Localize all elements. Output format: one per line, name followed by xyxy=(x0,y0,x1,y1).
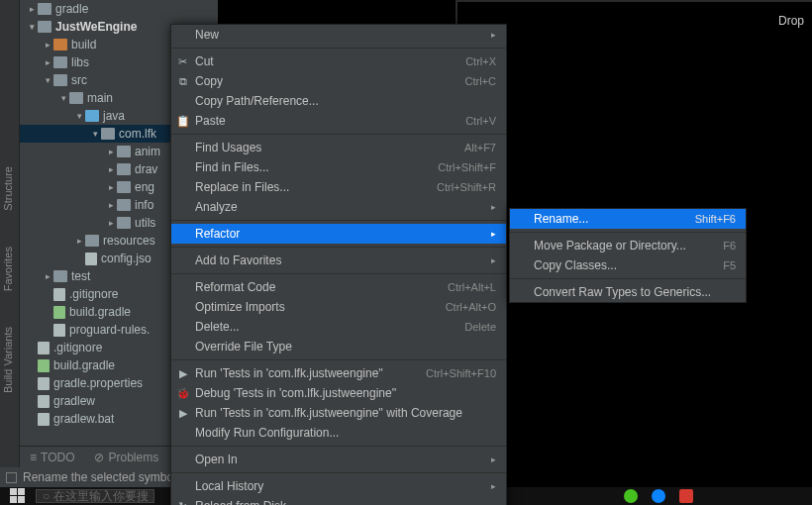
submenu-arrow-icon: ▸ xyxy=(491,481,496,491)
shortcut: Delete xyxy=(464,321,496,333)
menu-label: Reformat Code xyxy=(195,280,448,294)
menu-item[interactable]: Reformat CodeCtrl+Alt+L xyxy=(171,277,506,297)
context-menu[interactable]: New▸✂CutCtrl+X⧉CopyCtrl+CCopy Path/Refer… xyxy=(170,24,507,505)
menu-item[interactable]: Local History▸ xyxy=(171,476,506,496)
shortcut: Ctrl+V xyxy=(465,115,496,127)
tray-icon[interactable] xyxy=(652,489,665,503)
tab-build-variants[interactable]: Build Variants xyxy=(0,319,16,401)
menu-separator xyxy=(171,472,506,473)
shortcut: Alt+F7 xyxy=(464,142,496,153)
file-icon xyxy=(38,359,50,372)
tab-favorites[interactable]: Favorites xyxy=(0,239,16,299)
expand-arrow[interactable]: ▾ xyxy=(26,22,38,32)
menu-label: Delete... xyxy=(195,320,464,334)
tree-label: build.gradle xyxy=(53,358,115,372)
tray-icon[interactable] xyxy=(624,489,638,503)
expand-arrow[interactable]: ▸ xyxy=(105,200,117,210)
status-checkbox[interactable] xyxy=(6,472,17,483)
tree-item[interactable]: ▸gradle xyxy=(20,0,218,18)
folder-icon xyxy=(38,3,51,15)
menu-label: Move Package or Directory... xyxy=(534,239,723,252)
tree-label: drav xyxy=(135,162,157,176)
submenu-arrow-icon: ▸ xyxy=(491,454,496,464)
menu-label: Paste xyxy=(195,114,465,128)
shortcut: Ctrl+X xyxy=(465,55,496,67)
menu-item[interactable]: New▸ xyxy=(171,25,506,45)
expand-arrow[interactable]: ▾ xyxy=(57,93,69,103)
expand-arrow[interactable]: ▸ xyxy=(73,236,85,246)
menu-label: Refactor xyxy=(195,227,491,241)
menu-icon: ✂ xyxy=(176,55,189,68)
tree-label: build xyxy=(71,38,96,51)
menu-item[interactable]: Modify Run Configuration... xyxy=(171,423,506,443)
menu-item[interactable]: Copy Classes...F5 xyxy=(510,255,746,275)
menu-item[interactable]: Find UsagesAlt+F7 xyxy=(171,138,506,157)
expand-arrow[interactable]: ▸ xyxy=(105,147,117,156)
shortcut: Ctrl+Alt+O xyxy=(446,301,496,313)
menu-item[interactable]: Add to Favorites▸ xyxy=(171,251,506,270)
menu-item[interactable]: Analyze▸ xyxy=(171,197,506,217)
expand-arrow[interactable]: ▾ xyxy=(42,75,53,85)
expand-arrow[interactable]: ▸ xyxy=(42,271,53,281)
menu-item[interactable]: Optimize ImportsCtrl+Alt+O xyxy=(171,297,506,317)
menu-item[interactable]: Replace in Files...Ctrl+Shift+R xyxy=(171,177,506,197)
menu-separator xyxy=(171,446,506,447)
menu-label: Copy xyxy=(195,74,465,88)
shortcut: Ctrl+Shift+F10 xyxy=(426,367,496,379)
expand-arrow[interactable]: ▾ xyxy=(89,129,101,139)
shortcut: F6 xyxy=(723,240,736,252)
tree-label: anim xyxy=(135,145,160,158)
menu-label: Rename... xyxy=(534,212,695,226)
menu-item[interactable]: ▶Run 'Tests in 'com.lfk.justweengine'' w… xyxy=(171,403,506,423)
menu-item[interactable]: Delete...Delete xyxy=(171,317,506,337)
problems-tab[interactable]: ⊘ Problems xyxy=(84,451,168,464)
menu-item[interactable]: Override File Type xyxy=(171,337,506,356)
expand-arrow[interactable]: ▸ xyxy=(105,182,117,192)
menu-item[interactable]: Convert Raw Types to Generics... xyxy=(510,282,746,302)
menu-item[interactable]: Rename...Shift+F6 xyxy=(510,209,746,229)
expand-arrow[interactable]: ▾ xyxy=(73,111,85,121)
tree-label: eng xyxy=(135,180,154,194)
menu-icon: ▶ xyxy=(176,407,189,420)
folder-icon xyxy=(53,39,67,50)
tree-label: gradle.properties xyxy=(53,376,143,390)
tree-label: src xyxy=(71,73,87,87)
todo-tab[interactable]: ≡ TODO xyxy=(20,451,84,464)
tab-structure[interactable]: Structure xyxy=(0,158,16,219)
file-icon xyxy=(38,413,50,426)
expand-arrow[interactable]: ▸ xyxy=(105,164,117,174)
tree-label: gradlew.bat xyxy=(53,412,114,426)
menu-item[interactable]: Move Package or Directory...F6 xyxy=(510,236,746,255)
menu-label: Add to Favorites xyxy=(195,253,491,267)
menu-item[interactable]: Find in Files...Ctrl+Shift+F xyxy=(171,157,506,177)
expand-arrow[interactable]: ▸ xyxy=(26,4,38,14)
os-search[interactable]: ○在这里输入你要搜 xyxy=(36,489,154,503)
menu-item[interactable]: 📋PasteCtrl+V xyxy=(171,111,506,131)
tree-label: java xyxy=(103,109,125,123)
file-icon xyxy=(38,377,50,390)
tray-icon[interactable] xyxy=(679,489,693,503)
menu-label: Run 'Tests in 'com.lfk.justweengine'' wi… xyxy=(195,406,496,420)
menu-item[interactable]: ↻Reload from Disk xyxy=(171,496,506,505)
menu-item[interactable]: Open In▸ xyxy=(171,450,506,469)
menu-separator xyxy=(171,220,506,221)
windows-start-icon[interactable] xyxy=(10,488,26,504)
menu-item[interactable]: Copy Path/Reference... xyxy=(171,91,506,111)
menu-item[interactable]: ⧉CopyCtrl+C xyxy=(171,71,506,91)
submenu-arrow-icon: ▸ xyxy=(491,30,496,40)
menu-separator xyxy=(510,232,746,233)
menu-item[interactable]: ▶Run 'Tests in 'com.lfk.justweengine''Ct… xyxy=(171,363,506,383)
menu-icon: 🐞 xyxy=(176,387,189,400)
menu-item[interactable]: 🐞Debug 'Tests in 'com.lfk.justweengine'' xyxy=(171,383,506,403)
expand-arrow[interactable]: ▸ xyxy=(105,218,117,228)
menu-item[interactable]: Refactor▸ xyxy=(171,224,506,244)
expand-arrow[interactable]: ▸ xyxy=(42,57,53,67)
menu-separator xyxy=(171,247,506,248)
folder-icon xyxy=(69,92,83,104)
expand-arrow[interactable]: ▸ xyxy=(42,40,53,50)
menu-label: Override File Type xyxy=(195,340,496,354)
refactor-submenu[interactable]: Rename...Shift+F6Move Package or Directo… xyxy=(509,208,747,303)
folder-icon xyxy=(117,217,131,229)
menu-item[interactable]: ✂CutCtrl+X xyxy=(171,51,506,71)
menu-label: Replace in Files... xyxy=(195,180,437,194)
